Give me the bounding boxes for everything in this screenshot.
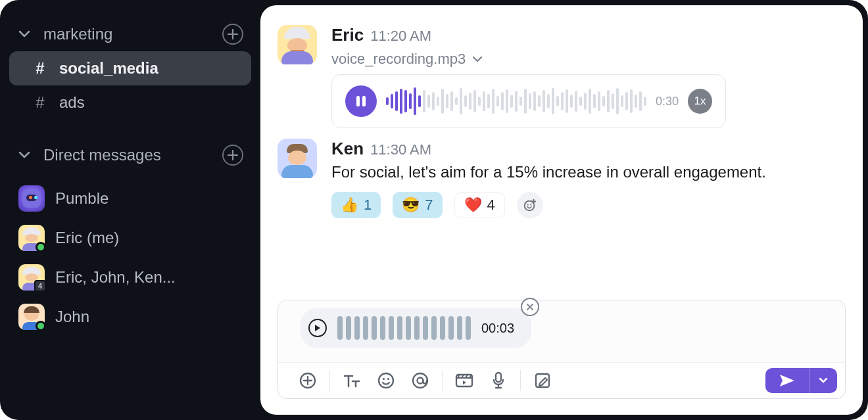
dm-eric-me[interactable]: Eric (me) — [0, 218, 260, 258]
message-author[interactable]: Eric — [331, 25, 364, 45]
voice-recording-pill: 00:03 — [301, 308, 531, 348]
message-body: Ken 11:30 AM For social, let's aim for a… — [331, 139, 846, 218]
microphone-button[interactable] — [489, 371, 508, 390]
audio-duration: 0:30 — [656, 95, 679, 108]
composer-attachment-area: 00:03 — [278, 300, 845, 363]
reaction-heart[interactable]: ❤️ 4 — [454, 192, 505, 218]
hash-icon: # — [33, 93, 47, 112]
send-options-button[interactable] — [809, 368, 837, 393]
message-body: Eric 11:20 AM voice_recording.mp3 — [331, 25, 846, 128]
emoji-thumbsup-icon: 👍 — [341, 197, 358, 214]
avatar — [18, 304, 45, 330]
svg-point-3 — [527, 204, 528, 205]
composer-toolbar — [278, 363, 845, 398]
dm-label: John — [55, 308, 89, 326]
message-header: Eric 11:20 AM — [331, 25, 846, 45]
emoji-sunglasses-icon: 😎 — [402, 197, 420, 214]
message: Ken 11:30 AM For social, let's aim for a… — [277, 139, 846, 218]
reaction-count: 4 — [487, 197, 495, 214]
svg-rect-12 — [496, 373, 501, 382]
group-count-badge: 4 — [34, 280, 46, 292]
emoji-heart-icon: ❤️ — [464, 197, 482, 214]
avatar[interactable] — [277, 25, 317, 64]
svg-point-2 — [525, 201, 535, 211]
audio-player: 0:30 1x — [331, 74, 726, 128]
dm-label: Pumble — [55, 189, 108, 208]
attach-button[interactable] — [298, 371, 318, 390]
message-composer: 00:03 — [277, 300, 846, 399]
svg-point-10 — [418, 378, 423, 384]
chevron-down-icon — [472, 56, 483, 62]
send-button-group — [765, 368, 837, 393]
compose-button[interactable] — [533, 371, 552, 390]
chevron-down-icon — [17, 30, 32, 38]
message-text: For social, let's aim for a 15% increase… — [331, 163, 846, 181]
formatting-button[interactable] — [342, 371, 362, 390]
dm-john[interactable]: John — [0, 297, 260, 337]
message-timestamp: 11:20 AM — [370, 28, 431, 45]
channel-social-media[interactable]: # social_media — [9, 51, 251, 85]
sidebar: marketing # social_media # ads Direct me… — [0, 0, 260, 420]
channel-ads[interactable]: # ads — [9, 85, 251, 120]
svg-rect-1 — [362, 96, 366, 106]
send-button[interactable] — [765, 368, 809, 393]
svg-point-8 — [387, 378, 389, 380]
svg-point-9 — [413, 373, 427, 388]
chat-panel: Eric 11:20 AM voice_recording.mp3 — [260, 5, 863, 415]
channels-section-label: marketing — [43, 25, 210, 43]
add-dm-button[interactable] — [222, 145, 243, 166]
dm-label: Eric, John, Ken... — [55, 268, 176, 287]
presence-online-icon — [36, 242, 46, 252]
svg-point-7 — [383, 378, 385, 380]
pause-button[interactable] — [345, 85, 377, 117]
presence-online-icon — [36, 321, 46, 331]
reaction-count: 1 — [364, 197, 372, 214]
reactions-row: 👍 1 😎 7 ❤️ 4 — [331, 192, 846, 218]
avatar[interactable] — [277, 139, 317, 178]
reaction-sunglasses[interactable]: 😎 7 — [393, 192, 442, 218]
emoji-button[interactable] — [376, 371, 396, 390]
message-author[interactable]: Ken — [331, 139, 364, 159]
channel-label: social_media — [59, 59, 158, 78]
dm-label: Eric (me) — [55, 229, 119, 247]
avatar — [18, 225, 45, 251]
app-root: marketing # social_media # ads Direct me… — [0, 0, 868, 420]
play-recording-button[interactable] — [308, 319, 327, 337]
hash-icon: # — [33, 59, 47, 78]
mention-button[interactable] — [410, 371, 430, 390]
message-timestamp: 11:30 AM — [370, 141, 431, 158]
recording-duration: 00:03 — [481, 321, 514, 336]
add-channel-button[interactable] — [222, 24, 243, 45]
avatar: 4 — [18, 264, 45, 291]
message-header: Ken 11:30 AM — [331, 139, 846, 159]
playback-speed-button[interactable]: 1x — [688, 89, 712, 114]
dm-pumble[interactable]: Pumble — [0, 179, 260, 218]
recording-waveform — [337, 315, 471, 341]
channel-label: ads — [59, 93, 85, 112]
chevron-down-icon — [17, 151, 32, 159]
waveform[interactable] — [386, 87, 646, 115]
attachment-header[interactable]: voice_recording.mp3 — [331, 51, 846, 68]
avatar — [18, 185, 45, 212]
add-reaction-button[interactable] — [517, 192, 543, 218]
message: Eric 11:20 AM voice_recording.mp3 — [277, 25, 846, 128]
dm-section-label: Direct messages — [43, 146, 210, 164]
reaction-thumbsup[interactable]: 👍 1 — [331, 192, 381, 218]
svg-point-6 — [379, 373, 393, 388]
dm-group[interactable]: 4 Eric, John, Ken... — [0, 258, 260, 297]
dm-section-header[interactable]: Direct messages — [0, 138, 260, 172]
reaction-count: 7 — [425, 197, 433, 214]
attachment-filename: voice_recording.mp3 — [331, 51, 466, 68]
video-button[interactable] — [454, 371, 474, 390]
channels-section-header[interactable]: marketing — [0, 17, 260, 51]
svg-point-4 — [530, 204, 531, 205]
svg-rect-0 — [356, 96, 360, 106]
remove-recording-button[interactable] — [521, 298, 539, 316]
